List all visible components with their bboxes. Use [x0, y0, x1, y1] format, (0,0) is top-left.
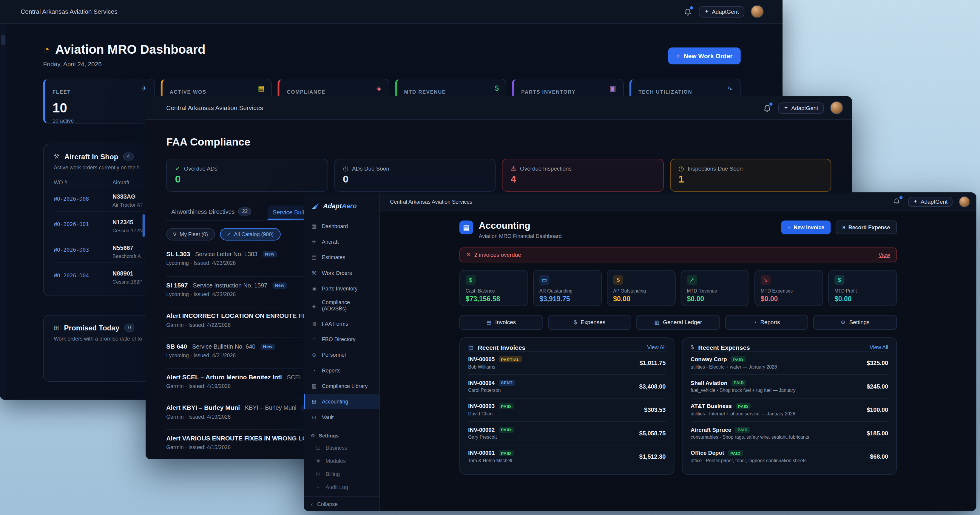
filter-my-fleet[interactable]: ∇ My Fleet (0): [166, 228, 215, 241]
sidebar-item-personnel[interactable]: ☺Personnel: [304, 347, 379, 362]
sidebar-item-aircraft[interactable]: ✈Aircraft: [304, 234, 379, 249]
invoice-amount: $1,011.75: [640, 359, 665, 366]
status-badge: PAID: [728, 450, 743, 456]
sidebar-item-audit-log[interactable]: ≡Audit Log: [304, 480, 379, 494]
expense-row[interactable]: Aircraft SprucePAIDconsumables - Shop ra…: [690, 421, 888, 445]
invoice-row[interactable]: INV-00002PAIDGary Prescott $5,058.75: [468, 421, 665, 445]
gear-icon: ⚙: [310, 433, 315, 439]
sidebar-item-accounting[interactable]: ⊞Accounting: [304, 394, 379, 409]
plane-icon: ✈: [310, 238, 317, 245]
user-avatar[interactable]: [830, 101, 843, 114]
sidebar-item-dashboard[interactable]: ▦Dashboard: [304, 218, 379, 234]
wrench-icon: ⚒: [310, 270, 317, 276]
dashboard-topbar: Central Arkansas Aviation Services ✦ Ada…: [0, 0, 783, 24]
plus-icon: +: [788, 224, 791, 230]
tab-settings[interactable]: ⚙Settings: [813, 315, 897, 329]
alert-icon: ⊘: [466, 252, 471, 258]
tab-general-ledger[interactable]: ▥General Ledger: [636, 315, 720, 329]
status-badge: PAID: [735, 426, 750, 433]
expense-desc: fuel_vehicle - Shop truck fuel + tug fue…: [690, 387, 862, 393]
expense-row[interactable]: Office DepotPAIDoffice - Printer paper, …: [690, 445, 888, 468]
scrollbar[interactable]: [143, 215, 145, 237]
kpi-value: $3,919.75: [539, 295, 596, 302]
customer-name: David Chen: [468, 411, 639, 416]
calendar-icon: ⊞: [54, 324, 59, 331]
chevron-left-icon: ‹: [310, 501, 313, 507]
trend-down-icon: ↘: [761, 275, 771, 285]
dollar-icon: $: [466, 275, 476, 285]
desktop: Central Arkansas Aviation Services ✦ Ada…: [0, 0, 980, 515]
kpi-value: $73,156.58: [466, 295, 522, 302]
shield-icon: ◈: [310, 303, 317, 309]
logo-plane-icon: [310, 201, 320, 210]
gear-icon: ⚙: [841, 319, 845, 325]
user-avatar[interactable]: [751, 5, 764, 18]
expense-amount: $100.00: [867, 406, 888, 413]
sidebar-item-fbo-directory[interactable]: ⌂FBO Directory: [304, 331, 379, 347]
wo-number-link[interactable]: WO-2026-D01: [54, 221, 113, 227]
tail-number: N55667: [113, 244, 134, 251]
sidebar-item-vault[interactable]: ⊙Vault: [304, 409, 379, 424]
window-accounting: AdaptAero ▦Dashboard ✈Aircraft ▤Estimate…: [304, 192, 976, 511]
expense-desc: consumables - Shop rags, safety wire, se…: [690, 434, 862, 440]
plus-icon: +: [676, 52, 680, 59]
tab-invoices[interactable]: ▤Invoices: [460, 315, 543, 329]
notifications-bell-icon[interactable]: [684, 7, 693, 16]
invoice-row[interactable]: INV-00005PARTIALBob Williams $1,011.75: [468, 351, 665, 374]
wo-number-link[interactable]: WO-2026-D03: [54, 247, 113, 253]
notifications-bell-icon[interactable]: [764, 103, 772, 112]
status-badge: PAID: [498, 450, 514, 456]
view-all-invoices-link[interactable]: View All: [647, 344, 665, 350]
sidebar-item-faa-forms[interactable]: ▥FAA Forms: [304, 315, 379, 331]
wo-number-link[interactable]: WO-2026-D04: [54, 272, 113, 278]
sidebar-item-compliance-library[interactable]: ▧Compliance Library: [304, 378, 379, 394]
expense-desc: utilities - Internet + phone service — J…: [690, 411, 862, 416]
sidebar-item-billing[interactable]: ▤Billing: [304, 467, 379, 480]
org-title: Central Arkansas Aviation Services: [21, 8, 118, 15]
view-all-expenses-link[interactable]: View All: [870, 344, 888, 350]
tab-expenses[interactable]: $Expenses: [548, 315, 632, 329]
sidebar-item-work-orders[interactable]: ⚒Work Orders: [304, 265, 379, 280]
notifications-bell-icon[interactable]: [893, 197, 902, 206]
new-invoice-button[interactable]: +New Invoice: [781, 221, 830, 234]
tab-airworthiness-directives[interactable]: Airworthiness Directives 22: [166, 204, 256, 220]
expense-row[interactable]: Shell AviationPAIDfuel_vehicle - Shop tr…: [690, 374, 888, 398]
invoice-row[interactable]: INV-00003PAIDDavid Chen $303.53: [468, 398, 665, 421]
tab-reports[interactable]: ◔Reports: [725, 315, 808, 329]
wo-number-link[interactable]: WO-2026-D08: [54, 196, 113, 202]
calculator-icon: ⊞: [310, 398, 317, 405]
sidebar-collapse-button[interactable]: ‹ Collapse: [304, 496, 379, 511]
notification-dot: [690, 6, 693, 9]
invoice-row[interactable]: INV-00004SENTCarol Patterson $3,408.00: [468, 374, 665, 398]
sidebar-settings-group[interactable]: ⚙ Settings: [304, 431, 379, 441]
panel-title: Aircraft In Shop: [64, 153, 118, 160]
sidebar-item-estimates[interactable]: ▤Estimates: [304, 249, 379, 265]
sidebar-item-compliance[interactable]: ◈Compliance (ADs/SBs): [304, 296, 379, 315]
stat-overdue-ads: ✓Overdue ADs 0: [166, 159, 328, 192]
new-work-order-button[interactable]: + New Work Order: [668, 48, 741, 64]
grid-icon: ▦: [310, 223, 317, 229]
expense-row[interactable]: AT&T BusinessPAIDutilities - Internet + …: [690, 398, 888, 421]
adaptgent-label: AdaptGent: [712, 8, 739, 14]
user-avatar[interactable]: [959, 196, 970, 207]
adaptgent-button[interactable]: ✦ AdaptGent: [778, 102, 824, 114]
status-badge: PAID: [731, 380, 746, 386]
adaptaero-logo[interactable]: AdaptAero: [304, 198, 379, 213]
sidebar-item-parts-inventory[interactable]: ▣Parts Inventory: [304, 281, 379, 296]
sidebar-item-reports[interactable]: ◔Reports: [304, 362, 379, 378]
alert-view-link[interactable]: View: [878, 251, 890, 258]
expense-row[interactable]: Conway CorpPAIDutilities - Electric + wa…: [690, 351, 888, 374]
sidebar-item-business[interactable]: ▢Business: [304, 441, 379, 454]
filter-all-catalog[interactable]: ✓ All Catalog (900): [220, 228, 280, 241]
sidebar-item-modules[interactable]: ◆Modules: [304, 454, 379, 467]
audit-log-icon: ≡: [315, 484, 321, 490]
file-icon: ▥: [310, 320, 317, 327]
invoice-row[interactable]: INV-00001PAIDTom & Helen Mitchell $1,512…: [468, 445, 665, 468]
book-icon: ▥: [654, 319, 659, 325]
adaptgent-button[interactable]: ✦ AdaptGent: [908, 197, 953, 207]
tail-number: N333AG: [113, 192, 135, 200]
record-expense-button[interactable]: $Record Expense: [835, 221, 897, 234]
adaptgent-button[interactable]: ✦ AdaptGent: [699, 6, 745, 17]
panel-title: Promised Today: [64, 324, 119, 331]
kpi-fleet[interactable]: FLEET ✈ 10 10 active: [43, 79, 155, 124]
